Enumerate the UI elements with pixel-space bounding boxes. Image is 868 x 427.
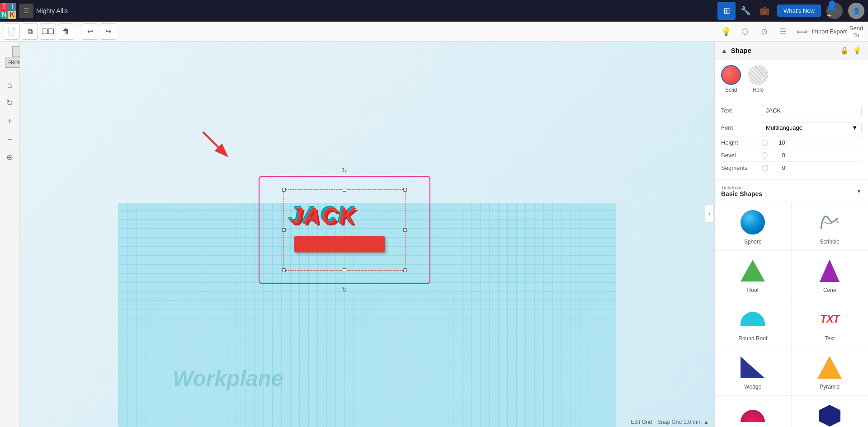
snap-grid-chevron[interactable]: ▲ bbox=[703, 419, 709, 425]
new-button[interactable]: 📄 bbox=[4, 23, 20, 40]
snap-grid-label: Snap Grid bbox=[657, 419, 682, 425]
height-label: Height bbox=[721, 139, 762, 146]
handle-top-left[interactable] bbox=[282, 188, 286, 192]
copy-button[interactable]: ⧉ bbox=[22, 23, 38, 40]
shape-options: Solid Hole bbox=[715, 60, 868, 99]
segments-circle-handle[interactable] bbox=[762, 165, 768, 171]
bevel-label: Bevel bbox=[721, 152, 762, 159]
orbit-icon[interactable]: ↻ bbox=[2, 95, 18, 111]
rotate-handle-bottom[interactable]: ↻ bbox=[342, 286, 347, 293]
add-user-icon[interactable]: 👤+ bbox=[826, 3, 843, 19]
wedge-label: Wedge bbox=[744, 384, 761, 390]
shape-item-pyramid[interactable]: Pyramid bbox=[792, 347, 868, 396]
polygon-preview bbox=[815, 401, 844, 427]
roof-preview bbox=[738, 256, 767, 285]
zoom-out-icon[interactable]: − bbox=[2, 131, 18, 147]
project-name: Mighty Allis bbox=[36, 7, 68, 14]
text-label-item: Text bbox=[825, 335, 835, 342]
briefcase-icon[interactable]: 💼 bbox=[755, 2, 774, 20]
height-circle-handle[interactable] bbox=[762, 140, 768, 146]
whats-new-button[interactable]: What's New bbox=[777, 5, 821, 17]
circle-tool-icon[interactable]: ⊙ bbox=[756, 23, 772, 40]
hole-circle bbox=[748, 65, 768, 85]
handle-mid-left[interactable] bbox=[282, 228, 286, 232]
shape-item-half-sphere[interactable]: Half Sphere bbox=[715, 396, 792, 427]
shape-panel-title: Shape bbox=[731, 47, 836, 54]
shape-item-wedge[interactable]: Wedge bbox=[715, 347, 792, 396]
edit-grid-button[interactable]: Edit Grid bbox=[631, 419, 652, 425]
user-avatar[interactable]: 👤 bbox=[848, 3, 864, 19]
undo-button[interactable]: ↩ bbox=[82, 23, 98, 40]
library-header: Tinkercad Basic Shapes ▼ bbox=[715, 180, 868, 202]
home-view-icon[interactable]: ⌂ bbox=[2, 77, 18, 93]
panel-scroll-button[interactable]: › bbox=[705, 205, 714, 223]
library-dropdown[interactable]: ▼ bbox=[856, 188, 862, 194]
send-to-button[interactable]: Send To bbox=[848, 23, 864, 40]
shapes-grid: Sphere Scribble bbox=[715, 202, 868, 427]
height-number: 10 bbox=[772, 139, 785, 146]
text-input[interactable] bbox=[762, 105, 862, 116]
wedge-preview bbox=[738, 353, 767, 382]
duplicate-button[interactable]: ❑❑ bbox=[40, 23, 56, 40]
snap-grid-control[interactable]: Snap Grid 1.0 mm ▲ bbox=[657, 419, 709, 425]
shape-item-cone[interactable]: Cone bbox=[792, 251, 868, 299]
light-bulb-icon[interactable]: 💡 bbox=[853, 46, 862, 55]
zoom-in-icon[interactable]: + bbox=[2, 113, 18, 129]
font-dropdown-arrow: ▼ bbox=[852, 124, 858, 131]
hole-option[interactable]: Hole bbox=[748, 65, 768, 93]
round-roof-preview bbox=[738, 305, 767, 333]
3d-object-group[interactable]: ↻ JACK bbox=[259, 176, 430, 284]
reset-view-icon[interactable]: ⊕ bbox=[2, 149, 18, 165]
font-dropdown[interactable]: Multilanguage ▼ bbox=[762, 122, 862, 133]
handle-top-center[interactable] bbox=[343, 188, 346, 192]
half-sphere-preview bbox=[738, 401, 767, 427]
tinkercad-logo[interactable]: T I N K bbox=[0, 3, 16, 19]
shape-properties: Text Font Multilanguage ▼ Height bbox=[715, 99, 868, 179]
handle-bottom-left[interactable] bbox=[282, 268, 286, 272]
toolbar2: 📄 ⧉ ❑❑ 🗑 ↩ ↪ 💡 ⬡ ⊙ ☰ ⟺ Import Export Sen… bbox=[0, 22, 868, 42]
lock-icon[interactable]: 🔒 bbox=[840, 46, 849, 55]
sphere-label: Sphere bbox=[744, 239, 762, 245]
font-label: Font bbox=[721, 124, 762, 131]
rotate-handle-top[interactable]: ↻ bbox=[342, 167, 347, 174]
grid-tool-icon[interactable]: ⬡ bbox=[737, 23, 753, 40]
jack-text-3d: JACK bbox=[290, 202, 357, 229]
hamburger-menu[interactable]: ☰ bbox=[19, 4, 33, 18]
delete-button[interactable]: 🗑 bbox=[58, 23, 74, 40]
right-panel: ▲ Shape 🔒 💡 Solid Hole Text bbox=[714, 42, 868, 427]
import-button[interactable]: Import bbox=[812, 23, 828, 40]
collapse-button[interactable]: ▲ bbox=[721, 47, 727, 54]
font-value: Multilanguage ▼ bbox=[762, 122, 862, 133]
library-brand-name: Tinkercad Basic Shapes bbox=[721, 185, 762, 197]
shape-item-polygon[interactable]: Polygon bbox=[792, 396, 868, 427]
text-preview: TXT bbox=[815, 305, 844, 333]
handle-bottom-right[interactable] bbox=[403, 268, 407, 272]
shape-library: Tinkercad Basic Shapes ▼ Sphere bbox=[715, 180, 868, 427]
export-button[interactable]: Export bbox=[830, 23, 846, 40]
tools-icon[interactable]: 🔧 bbox=[736, 2, 755, 20]
handle-mid-right[interactable] bbox=[403, 228, 407, 232]
redo-button[interactable]: ↪ bbox=[100, 23, 116, 40]
scribble-label: Scribble bbox=[820, 239, 840, 245]
shape-item-scribble[interactable]: Scribble bbox=[792, 202, 868, 251]
shape-item-round-roof[interactable]: Round Roof bbox=[715, 299, 792, 347]
hole-label: Hole bbox=[753, 87, 764, 93]
shape-panel-header: ▲ Shape 🔒 💡 bbox=[715, 42, 868, 60]
font-property-row: Font Multilanguage ▼ bbox=[721, 119, 862, 136]
handle-top-right[interactable] bbox=[403, 188, 407, 192]
bulb-icon[interactable]: 💡 bbox=[718, 23, 734, 40]
base-plate bbox=[294, 236, 385, 252]
canvas-area[interactable]: Workplane ↻ bbox=[20, 42, 714, 427]
grid-view-icon[interactable]: ⊞ bbox=[717, 2, 736, 20]
solid-option[interactable]: Solid bbox=[721, 65, 741, 93]
shape-item-text[interactable]: TXT Text bbox=[792, 299, 868, 347]
bevel-property-row: Bevel 0 bbox=[721, 149, 862, 162]
left-panel: TOP FRONT ⌂ ↻ + − ⊕ bbox=[0, 42, 20, 427]
bottom-bar: Edit Grid Snap Grid 1.0 mm ▲ bbox=[20, 417, 714, 427]
handle-bottom-center[interactable] bbox=[343, 268, 346, 272]
mirror-icon[interactable]: ⟺ bbox=[794, 23, 810, 40]
bevel-circle-handle[interactable] bbox=[762, 152, 768, 159]
shape-item-sphere[interactable]: Sphere bbox=[715, 202, 792, 251]
shape-item-roof[interactable]: Roof bbox=[715, 251, 792, 299]
align-icon[interactable]: ☰ bbox=[775, 23, 791, 40]
